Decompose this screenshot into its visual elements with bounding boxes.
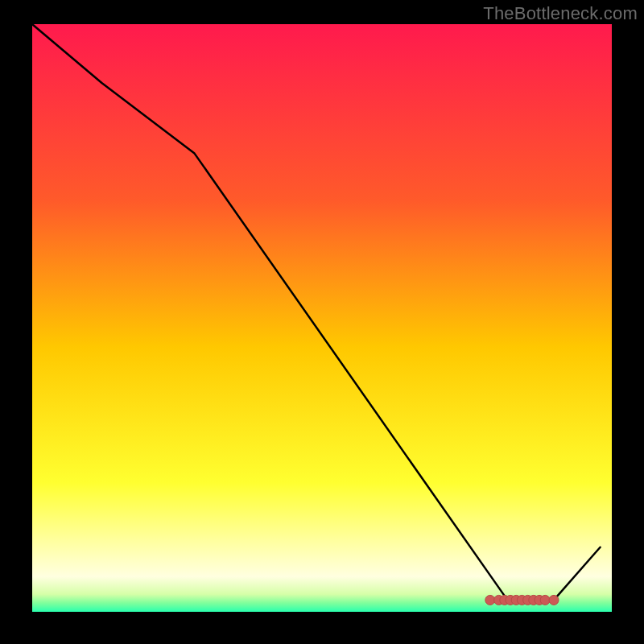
curve-marker bbox=[549, 595, 559, 605]
curve-marker bbox=[485, 595, 495, 605]
marker-group bbox=[485, 595, 559, 605]
chart-frame: TheBottleneck.com bbox=[0, 0, 644, 644]
watermark-text: TheBottleneck.com bbox=[483, 3, 638, 24]
bottleneck-chart bbox=[32, 24, 612, 612]
curve-marker bbox=[540, 595, 550, 605]
gradient-background bbox=[32, 24, 612, 612]
